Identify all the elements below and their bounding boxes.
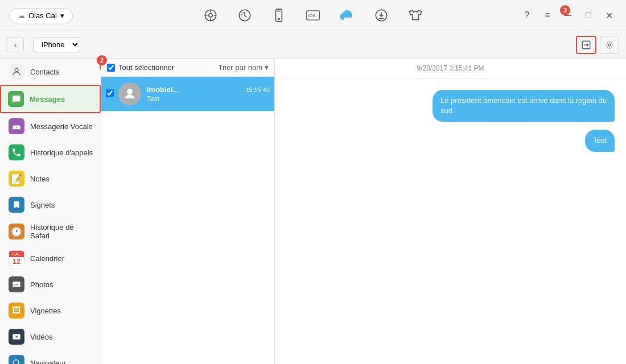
sidebar-item-bookmarks[interactable]: Signets — [0, 192, 101, 218]
account-label: Olas Cai — [28, 11, 57, 20]
message-time: 15:15:49 — [245, 86, 270, 93]
device-nav-icon[interactable] — [269, 5, 289, 26]
sidebar-item-notes[interactable]: 📝 Notes — [0, 166, 101, 192]
select-all-label: Tout sélectionner — [118, 63, 174, 72]
svg-point-11 — [608, 44, 611, 46]
download-nav-icon[interactable] — [371, 5, 392, 26]
contacts-icon — [9, 64, 24, 80]
message-checkbox[interactable] — [106, 89, 114, 97]
message-content: imobiel... 15:15:49 Test — [147, 85, 270, 103]
messages-icon — [8, 91, 24, 107]
cloud-nav-icon[interactable] — [337, 5, 357, 26]
sidebar: Contacts 1 Messages Messagerie Voc — [0, 59, 101, 364]
voicemail-icon — [9, 118, 24, 134]
main-area: Contacts 1 Messages Messagerie Voc — [0, 59, 626, 364]
sidebar-item-calendar[interactable]: CAL 12 Calendrier — [0, 245, 101, 271]
svg-rect-15 — [14, 126, 19, 127]
chat-bubble-2: Test — [585, 130, 615, 151]
message-avatar — [118, 82, 141, 105]
sidebar-item-videos[interactable]: Vidéos — [0, 324, 101, 350]
title-bar-left: ☁ Olas Cai ▾ — [9, 8, 73, 23]
sidebar-item-safari[interactable]: 🕐 Historique de Safari — [0, 218, 101, 245]
thumbnails-icon: 🖼 — [9, 303, 24, 318]
bookmarks-label: Signets — [30, 201, 55, 209]
callout-2: 2 — [97, 55, 107, 65]
close-button[interactable]: ✕ — [601, 7, 617, 23]
sidebar-item-photos[interactable]: Photos — [0, 271, 101, 297]
calls-label: Historique d'appels — [30, 148, 93, 157]
select-all-checkbox[interactable] — [107, 64, 115, 72]
export-button[interactable] — [576, 36, 596, 54]
browser-label: Navigateur — [30, 359, 66, 365]
videos-icon — [9, 329, 24, 345]
message-name: imobiel... — [147, 85, 179, 94]
contacts-label: Contacts — [30, 68, 59, 76]
title-bar: ☁ Olas Cai ▾ — [0, 0, 626, 31]
help-button[interactable]: ? — [519, 7, 535, 23]
chat-bubble-1: Le président américain est arrivé dans l… — [433, 90, 615, 122]
select-all-area: Tout sélectionner — [107, 63, 174, 72]
photos-label: Photos — [30, 280, 53, 289]
svg-point-23 — [127, 89, 133, 94]
message-item[interactable]: imobiel... 15:15:49 Test — [101, 77, 274, 111]
safari-label: Historique de Safari — [30, 223, 94, 240]
message-preview: Test — [147, 95, 270, 103]
thumbnails-label: Vignettes — [30, 307, 61, 315]
notes-label: Notes — [30, 175, 50, 183]
bookmarks-icon — [9, 197, 24, 213]
music-nav-icon[interactable] — [200, 5, 221, 26]
sort-button[interactable]: Trier par nom ▾ — [218, 63, 269, 72]
safari-icon: 🕐 — [9, 224, 24, 239]
voicemail-label: Messagerie Vocale — [30, 122, 93, 131]
ios-nav-icon[interactable]: iOS — [303, 5, 323, 26]
sidebar-item-voicemail[interactable]: Messagerie Vocale — [0, 113, 101, 139]
sidebar-item-browser[interactable]: Navigateur — [0, 350, 101, 364]
calendar-icon: CAL 12 — [9, 250, 24, 266]
account-button[interactable]: ☁ Olas Cai ▾ — [9, 8, 73, 23]
back-button[interactable]: ‹ — [7, 38, 24, 52]
chat-messages: Le président américain est arrivé dans l… — [275, 78, 626, 364]
sidebar-item-contacts[interactable]: Contacts 1 — [0, 59, 101, 85]
notes-icon: 📝 — [9, 171, 24, 187]
sort-label: Trier par nom — [218, 63, 262, 72]
menu-button[interactable]: ≡ — [539, 7, 555, 23]
messages-label: Messages — [30, 95, 65, 104]
calendar-label: Calendrier — [30, 254, 64, 263]
sidebar-item-thumbnails[interactable]: 🖼 Vignettes — [0, 297, 101, 324]
maximize-button[interactable]: □ — [580, 7, 596, 23]
sidebar-item-calls[interactable]: Historique d'appels — [0, 139, 101, 166]
chat-timestamp: 9/20/2017 3:15:41 PM — [275, 59, 626, 78]
calls-icon — [9, 144, 24, 160]
second-bar-right — [576, 36, 619, 54]
device-select[interactable]: iPhone — [33, 37, 80, 52]
cloud-icon-small: ☁ — [18, 11, 25, 20]
svg-point-1 — [209, 14, 213, 18]
account-dropdown-arrow: ▾ — [60, 11, 64, 20]
svg-text:iOS: iOS — [308, 13, 315, 18]
photos-icon — [9, 276, 24, 292]
svg-rect-16 — [13, 128, 20, 129]
settings-button[interactable] — [600, 36, 619, 54]
svg-point-21 — [14, 360, 19, 364]
second-bar: ‹ iPhone — [0, 31, 626, 59]
message-list: imobiel... 15:15:49 Test — [101, 77, 274, 364]
videos-label: Vidéos — [30, 333, 53, 341]
chat-panel: 9/20/2017 3:15:41 PM Le président améric… — [275, 59, 626, 364]
sidebar-item-messages[interactable]: Messages — [0, 85, 101, 113]
tshirt-nav-icon[interactable] — [405, 5, 426, 26]
sort-arrow: ▾ — [265, 63, 269, 72]
browser-icon — [9, 355, 24, 364]
callout-3: 3 — [560, 5, 570, 15]
message-top: imobiel... 15:15:49 — [147, 85, 270, 94]
svg-point-4 — [278, 18, 279, 19]
svg-point-12 — [15, 68, 18, 72]
middle-header: 2 Tout sélectionner Trier par nom ▾ — [101, 59, 274, 77]
middle-panel: 2 Tout sélectionner Trier par nom ▾ — [101, 59, 275, 364]
title-bar-right: ? 3 ≡ ─ □ ✕ — [519, 7, 617, 23]
history-nav-icon[interactable] — [234, 5, 255, 26]
title-bar-nav: iOS — [200, 5, 426, 26]
message-checkbox-area — [106, 89, 114, 99]
